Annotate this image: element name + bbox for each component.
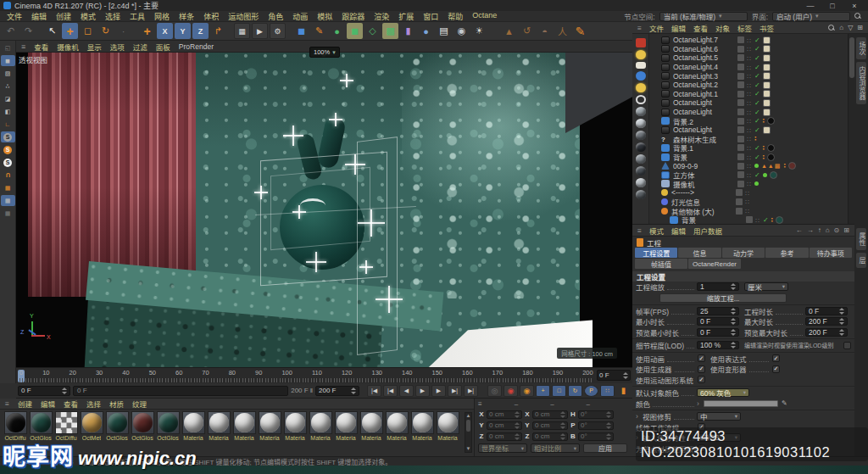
octane-ibl-icon[interactable] [636,71,646,81]
viewport-menu-item[interactable]: 查看 [34,42,48,52]
layer-dots[interactable]: :: [747,100,752,106]
home-icon[interactable]: ⌂ [839,24,843,31]
object-manager-menu-item[interactable]: 文件 [649,23,664,33]
coord-field[interactable]: 0 cm [487,432,522,441]
octane-hair-icon[interactable] [636,190,646,199]
enabled-check-icon[interactable]: ✓ [754,64,760,71]
enabled-check-icon[interactable]: ✓ [754,90,760,98]
enabled-check-icon[interactable]: ✓ [754,117,760,125]
render-view-button[interactable]: ▦ [234,23,250,39]
record-rotation-button[interactable]: ↻ [568,385,582,397]
attribute-tab[interactable]: 待办事项 [810,248,852,258]
close-button[interactable]: × [849,2,860,10]
material-item[interactable]: OctDiffu [53,411,79,441]
lod-checkbox[interactable]: ✓ [843,342,851,349]
octane-glossy-icon[interactable] [636,119,646,128]
workplane-lock-icon[interactable]: ▦ [1,208,15,219]
layer-dots[interactable]: :: [747,46,752,52]
enabled-check-icon[interactable]: ✓ [754,36,760,44]
lock-x-button[interactable]: X [157,23,173,39]
make-editable-icon[interactable]: ◱ [1,42,15,53]
model-mode-icon[interactable]: ◼ [1,55,15,66]
edit-badge[interactable] [737,46,744,53]
value-field[interactable]: 0 F [697,328,739,337]
enabled-check-icon[interactable]: ✓ [754,153,760,161]
checkbox-checked[interactable]: ✓ [772,365,780,373]
undo-button[interactable]: ↶ [3,23,19,39]
scale-tool-button[interactable]: ◻ [80,23,96,39]
material-item[interactable]: OctGlos [155,411,181,441]
coord-field[interactable]: 0° [578,432,614,441]
next-key-button[interactable]: ▶| [448,385,462,397]
menu-item[interactable]: 样条 [179,11,194,22]
material-item[interactable]: OctGlos [104,411,130,441]
checkbox-checked[interactable]: ✓ [698,354,705,362]
add-spline-button[interactable]: ✎ [311,23,327,39]
octane-tag-dots[interactable]: ∶ [783,162,785,170]
octane-tag-dots[interactable]: ∶ [763,153,765,161]
value-field[interactable]: 25 [697,307,739,315]
range-slider[interactable]: 0 F [73,386,288,396]
layer-dots[interactable]: :: [747,163,752,169]
visibility-dot[interactable] [754,164,759,168]
octane-render-icon[interactable] [636,38,646,47]
add-deformer-button[interactable]: ◇ [364,23,381,39]
keyframe-record-button[interactable]: ◉ [504,385,518,397]
add-layer-icon[interactable]: ⊞ [857,24,863,31]
attribute-menu-item[interactable]: 模式 [649,226,664,236]
sculpt-disabled-icon[interactable]: ◓ [537,23,553,39]
octane-metal-icon[interactable] [636,154,646,164]
add-camera-button[interactable]: ◉ [453,23,470,39]
attribute-menu-item[interactable]: 用户数据 [693,226,722,236]
add-generator-button[interactable]: ● [329,23,345,39]
edit-badge[interactable] [736,208,743,215]
octane-toon-icon[interactable] [636,166,646,176]
material-menu-item[interactable]: 创建 [18,399,32,409]
material-chip[interactable] [776,216,783,224]
separator[interactable] [38,23,42,39]
axis-mode-icon[interactable]: ∟ [1,119,15,130]
lock-z-button[interactable]: Z [192,23,209,39]
add-light-button[interactable]: ☀ [471,23,487,39]
viewport-menu-item[interactable]: 选项 [110,42,125,52]
material-menu-item[interactable]: 选择 [86,399,101,409]
object-row[interactable]: OctaneLight.5 :: ✓ ∶ [649,53,848,63]
enabled-check-icon[interactable]: ✓ [763,216,769,224]
material-item[interactable]: OctGlos [130,411,155,441]
color-swatch[interactable] [704,400,778,407]
menu-item[interactable]: 工具 [130,11,145,22]
object-row[interactable]: OctaneLight.2 :: ✓ ∶ [649,81,848,90]
edit-badge[interactable] [736,189,743,196]
hamburger-icon[interactable]: ≡ [21,42,25,51]
dock-tab[interactable]: 层 [856,253,866,268]
redo-button[interactable]: ↷ [20,23,36,39]
material-item[interactable]: OctDiffu [3,411,28,441]
material-chip[interactable] [763,81,771,89]
object-manager-menu-item[interactable]: 标签 [737,23,752,33]
layer-dots[interactable]: :: [747,118,752,124]
add-cube-button[interactable]: ◼ [293,23,309,39]
material-chip[interactable] [770,171,777,179]
character-disabled-icon[interactable]: 人 [554,23,570,39]
menu-item[interactable]: 跟踪器 [342,11,364,22]
search-icon[interactable] [828,25,835,31]
layer-dots[interactable]: :: [747,91,752,97]
material-chip[interactable] [767,117,775,125]
layer-dots[interactable]: :: [747,109,752,115]
hamburger-icon[interactable]: ≡ [5,399,9,408]
separator[interactable] [495,23,499,39]
material-chip[interactable] [763,99,771,107]
edit-badge[interactable] [746,216,753,223]
attribute-menu-item[interactable]: 编辑 [671,226,686,236]
value-field[interactable]: 200 F [805,317,848,326]
material-menu-item[interactable]: 查看 [64,399,78,409]
interface-select[interactable]: 启动 (用户)▾ [772,12,850,21]
menu-item[interactable]: 体积 [203,11,219,22]
checkbox-checked[interactable]: ✓ [772,354,780,362]
material-chip[interactable] [788,162,796,170]
object-row[interactable]: OctaneLight.6 :: ✓ ∶ [649,45,848,54]
edit-badge[interactable] [737,144,744,151]
layer-dots[interactable]: :: [755,217,760,223]
scale-project-button[interactable]: 缩放工程... [659,293,787,303]
octane-tag-dots[interactable]: ∶ [763,117,765,125]
